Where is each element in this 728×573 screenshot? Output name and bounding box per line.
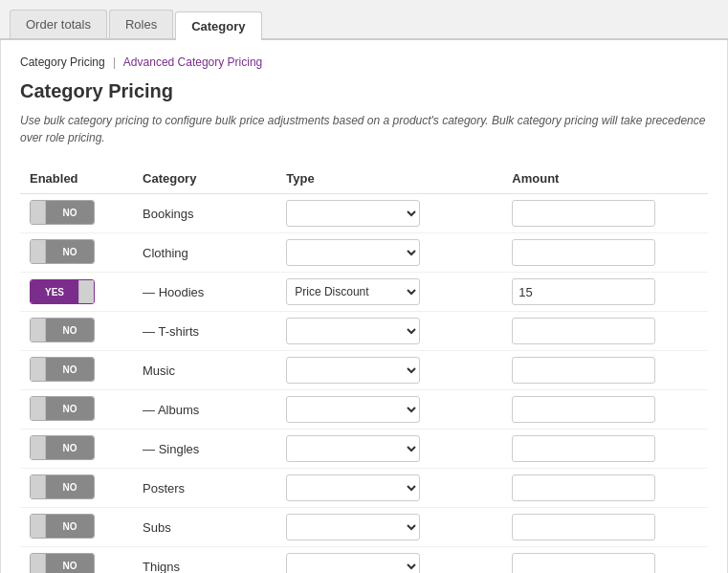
col-header-type: Type — [276, 164, 502, 194]
toggle-no-label: NO — [46, 240, 94, 263]
type-select-subs[interactable]: Price DiscountPercentage DiscountFixed P… — [286, 514, 420, 540]
toggle-no-music[interactable]: NO — [30, 357, 95, 382]
tab-category[interactable]: Category — [175, 11, 261, 40]
category-music: Music — [133, 351, 276, 390]
toggle-no-thigns[interactable]: NO — [30, 553, 95, 573]
amount-input-tshirts[interactable] — [512, 318, 655, 344]
amount-input-singles[interactable] — [512, 435, 655, 462]
category-albums: — Albums — [133, 390, 276, 430]
table-row: NO PostersPrice DiscountPercentage Disco… — [20, 469, 708, 508]
toggle-no-tshirts[interactable]: NO — [30, 318, 95, 342]
amount-input-bookings[interactable] — [512, 200, 655, 227]
page-title: Category Pricing — [20, 80, 708, 102]
breadcrumb-current: Category Pricing — [20, 55, 105, 69]
type-select-bookings[interactable]: Price DiscountPercentage DiscountFixed P… — [286, 200, 420, 227]
toggle-no-clothing[interactable]: NO — [30, 239, 95, 264]
toggle-no-label: NO — [46, 515, 94, 538]
toggle-no-albums[interactable]: NO — [30, 396, 95, 421]
toggle-slider — [31, 201, 46, 224]
category-thigns: Thigns — [133, 547, 276, 574]
pricing-table: Enabled Category Type Amount NO Bookings… — [20, 164, 708, 573]
amount-input-hoodies[interactable] — [512, 278, 655, 305]
toggle-slider — [31, 515, 46, 538]
category-clothing: Clothing — [133, 233, 276, 273]
toggle-slider — [31, 240, 46, 263]
category-subs: Subs — [133, 508, 276, 547]
toggle-no-label: NO — [46, 554, 94, 573]
table-row: NO — T-shirtsPrice DiscountPercentage Di… — [20, 312, 708, 351]
toggle-no-subs[interactable]: NO — [30, 514, 95, 539]
table-row: NO ThignsPrice DiscountPercentage Discou… — [20, 547, 708, 574]
category-hoodies: — Hoodies — [133, 273, 276, 312]
breadcrumb-separator: | — [113, 55, 116, 69]
type-select-tshirts[interactable]: Price DiscountPercentage DiscountFixed P… — [286, 318, 420, 344]
type-select-posters[interactable]: Price DiscountPercentage DiscountFixed P… — [286, 474, 420, 501]
toggle-no-label: NO — [46, 397, 94, 420]
toggle-no-posters[interactable]: NO — [30, 474, 95, 499]
amount-input-music[interactable] — [512, 357, 655, 384]
table-row: NO — AlbumsPrice DiscountPercentage Disc… — [20, 390, 708, 430]
toggle-slider — [31, 436, 46, 459]
type-select-clothing[interactable]: Price DiscountPercentage DiscountFixed P… — [286, 239, 420, 266]
tabs-bar: Order totals Roles Category — [0, 0, 728, 40]
toggle-slider — [31, 554, 46, 573]
amount-input-albums[interactable] — [512, 396, 655, 423]
toggle-no-label: NO — [46, 358, 94, 381]
toggle-no-label: NO — [46, 475, 94, 498]
col-header-category: Category — [133, 164, 276, 194]
tab-order-totals[interactable]: Order totals — [10, 10, 107, 38]
type-select-hoodies[interactable]: Price DiscountPercentage DiscountFixed P… — [286, 278, 420, 305]
amount-input-clothing[interactable] — [512, 239, 655, 266]
page-wrapper: Order totals Roles Category Category Pri… — [0, 0, 728, 573]
breadcrumb: Category Pricing | Advanced Category Pri… — [20, 55, 708, 69]
table-row: YES — HoodiesPrice DiscountPercentage Di… — [20, 273, 708, 312]
toggle-yes-label: YES — [31, 280, 78, 303]
table-row: NO — SinglesPrice DiscountPercentage Dis… — [20, 430, 708, 469]
tab-roles[interactable]: Roles — [109, 10, 173, 38]
content-area: Category Pricing | Advanced Category Pri… — [0, 40, 728, 573]
toggle-slider — [31, 319, 46, 342]
col-header-enabled: Enabled — [20, 164, 133, 194]
table-row: NO ClothingPrice DiscountPercentage Disc… — [20, 233, 708, 273]
type-select-music[interactable]: Price DiscountPercentage DiscountFixed P… — [286, 357, 420, 384]
type-select-thigns[interactable]: Price DiscountPercentage DiscountFixed P… — [286, 553, 420, 573]
table-row: NO MusicPrice DiscountPercentage Discoun… — [20, 351, 708, 390]
toggle-yes-hoodies[interactable]: YES — [30, 279, 95, 304]
toggle-slider — [31, 358, 46, 381]
category-bookings: Bookings — [133, 194, 276, 233]
table-row: NO SubsPrice DiscountPercentage Discount… — [20, 508, 708, 547]
col-header-amount: Amount — [502, 164, 708, 194]
category-tshirts: — T-shirts — [133, 312, 276, 351]
breadcrumb-link[interactable]: Advanced Category Pricing — [123, 55, 262, 69]
toggle-slider — [31, 475, 46, 498]
category-posters: Posters — [133, 469, 276, 508]
toggle-no-bookings[interactable]: NO — [30, 200, 95, 225]
table-row: NO BookingsPrice DiscountPercentage Disc… — [20, 194, 708, 233]
toggle-slider — [78, 280, 94, 303]
category-singles: — Singles — [133, 430, 276, 469]
type-select-albums[interactable]: Price DiscountPercentage DiscountFixed P… — [286, 396, 420, 423]
amount-input-subs[interactable] — [512, 514, 655, 540]
toggle-no-label: NO — [46, 319, 94, 342]
amount-input-posters[interactable] — [512, 474, 655, 501]
toggle-no-label: NO — [46, 201, 94, 224]
type-select-singles[interactable]: Price DiscountPercentage DiscountFixed P… — [286, 435, 420, 462]
amount-input-thigns[interactable] — [512, 553, 655, 573]
toggle-slider — [31, 397, 46, 420]
page-description: Use bulk category pricing to configure b… — [20, 112, 708, 146]
toggle-no-singles[interactable]: NO — [30, 435, 95, 460]
toggle-no-label: NO — [46, 436, 94, 459]
